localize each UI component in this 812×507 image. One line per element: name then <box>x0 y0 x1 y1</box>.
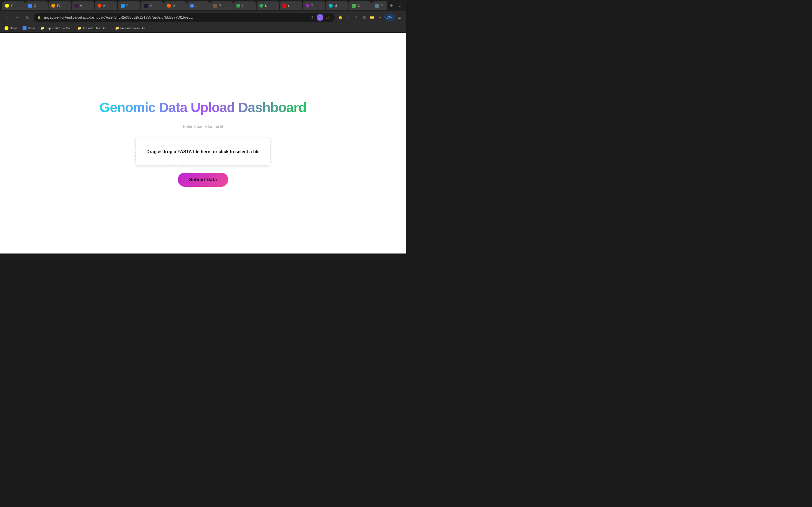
address-actions: ⬆ ⚔ ⚠ <box>309 14 331 21</box>
browser-tab-t13[interactable]: ( <box>280 1 302 10</box>
back-button[interactable]: ← <box>3 13 11 21</box>
tab-favicon <box>283 4 287 8</box>
address-security-icon: 🔒 <box>37 16 41 19</box>
tab-title: U <box>172 4 184 7</box>
tab-title: w <box>103 4 114 7</box>
page-content: Genomic Data Upload Dashboard Drag & dro… <box>0 33 406 253</box>
tab-title: N <box>149 4 161 7</box>
bookmark-label: Imported from Go... <box>46 26 72 30</box>
folder-icon: 📁 <box>40 26 45 30</box>
browser-tab-t16[interactable]: G <box>349 1 371 10</box>
tab-title: N <box>265 4 276 7</box>
tab-title: d <box>196 4 207 7</box>
new-tab-button[interactable]: + <box>388 2 395 10</box>
download-button[interactable]: ⬇ <box>353 14 359 21</box>
page-title: Genomic Data Upload Dashboard <box>100 100 306 115</box>
submit-button[interactable]: Submit Data <box>178 173 229 187</box>
tab-title: ( <box>288 4 299 7</box>
tab-favicon <box>74 4 79 8</box>
bookmark-item[interactable]: 📁Imported from Go... <box>75 25 112 31</box>
browser-chrome: YCFcVwPNUdP(N(TMGP(s×E(DCRH + ⌄ ← → ↻ 🔒 … <box>0 0 406 33</box>
shield-button[interactable]: ⚔ <box>317 14 323 21</box>
tab-favicon <box>375 4 379 8</box>
browser-tab-t10[interactable]: P <box>210 1 233 10</box>
bookmark-item[interactable]: News <box>20 25 38 31</box>
file-name-input[interactable] <box>147 122 259 131</box>
forward-button[interactable]: → <box>13 13 21 21</box>
browser-tab-t9[interactable]: d <box>187 1 210 10</box>
tab-title: P <box>126 4 138 7</box>
tab-title: G <box>357 4 369 7</box>
tab-favicon <box>190 4 194 8</box>
tab-title: P <box>219 4 230 7</box>
tab-favicon <box>352 4 356 8</box>
tab-favicon <box>306 4 310 8</box>
tab-favicon <box>259 4 263 8</box>
tab-favicon <box>28 4 32 8</box>
music-button[interactable]: ♪ <box>345 14 352 21</box>
address-bar[interactable]: 🔒 singapore-frontend.vercel.app/dashboar… <box>34 13 335 22</box>
menu-button[interactable]: ☰ <box>396 14 403 21</box>
folder-icon: 📁 <box>115 26 119 30</box>
tab-favicon <box>51 4 55 8</box>
browser-tab-t6[interactable]: P <box>118 1 140 10</box>
tab-bar: YCFcVwPNUdP(N(TMGP(s×E(DCRH + ⌄ <box>0 0 406 11</box>
bookmark-label: News <box>28 26 36 30</box>
tab-title: V <box>80 4 91 7</box>
tab-title: Fc <box>57 4 68 7</box>
bookmark-item[interactable]: News <box>2 25 20 31</box>
drop-zone-text: Drag & drop a FASTA file here, or click … <box>146 149 260 154</box>
tab-favicon <box>236 4 240 8</box>
tab-title: T <box>311 4 322 7</box>
browser-tab-t1[interactable]: Y <box>2 1 25 10</box>
browser-tab-t2[interactable]: C <box>26 1 48 10</box>
browser-tab-t3[interactable]: Fc <box>49 1 71 10</box>
tab-title: Y <box>11 4 22 7</box>
tab-title: M <box>335 4 346 7</box>
tab-favicon <box>167 4 171 8</box>
tab-favicon <box>121 4 124 8</box>
extension-button[interactable]: ✦ <box>376 14 383 21</box>
bookmark-label: Imported from Go... <box>83 26 110 30</box>
bookmarks-bar: NewsNews📁Imported from Go...📁Imported fr… <box>0 24 406 33</box>
browser-tab-t8[interactable]: U <box>164 1 187 10</box>
browser-tab-t17[interactable]: P <box>372 1 387 10</box>
browser-tab-t15[interactable]: M <box>326 1 349 10</box>
browser-tab-t12[interactable]: N <box>257 1 279 10</box>
bookmark-favicon <box>22 26 27 30</box>
tab-favicon <box>5 4 9 8</box>
browser-tab-t4[interactable]: V <box>71 1 94 10</box>
tab-title: P <box>380 4 387 7</box>
folder-icon: 📁 <box>78 26 82 30</box>
file-drop-zone[interactable]: Drag & drop a FASTA file here, or click … <box>135 138 271 166</box>
tab-favicon <box>213 4 217 8</box>
notifications-button[interactable]: 🔔 <box>337 14 344 21</box>
tab-favicon <box>98 4 101 8</box>
tab-overflow-button[interactable]: ⌄ <box>396 2 404 10</box>
bookmark-item[interactable]: 📁Imported from Go... <box>113 25 149 31</box>
tab-favicon <box>329 4 333 8</box>
bookmark-favicon <box>4 26 8 30</box>
share-button[interactable]: ⬆ <box>309 14 315 21</box>
warning-button[interactable]: ⚠ <box>324 14 331 21</box>
browser-tab-t7[interactable]: N <box>141 1 163 10</box>
nav-right-actions: 🔔 ♪ ⬇ ▤ 💳 ✦ VPN ☰ <box>337 14 403 21</box>
address-url-text: singapore-frontend.vercel.app/dashboard?… <box>43 15 306 19</box>
tab-favicon <box>144 4 148 8</box>
sidebar-button[interactable]: ▤ <box>361 14 367 21</box>
browser-tab-t14[interactable]: T <box>303 1 325 10</box>
tab-title: C <box>34 4 45 7</box>
bookmark-item[interactable]: 📁Imported from Go... <box>38 25 75 31</box>
bookmark-label: Imported from Go... <box>120 26 147 30</box>
vpn-button[interactable]: VPN <box>384 14 395 21</box>
tab-title: ( <box>242 4 253 7</box>
browser-tab-t5[interactable]: w <box>95 1 117 10</box>
wallet-button[interactable]: 💳 <box>368 14 375 21</box>
nav-bar: ← → ↻ 🔒 singapore-frontend.vercel.app/da… <box>0 11 406 24</box>
browser-tab-t11[interactable]: ( <box>234 1 256 10</box>
bookmark-label: News <box>10 26 17 30</box>
reload-button[interactable]: ↻ <box>24 13 32 21</box>
